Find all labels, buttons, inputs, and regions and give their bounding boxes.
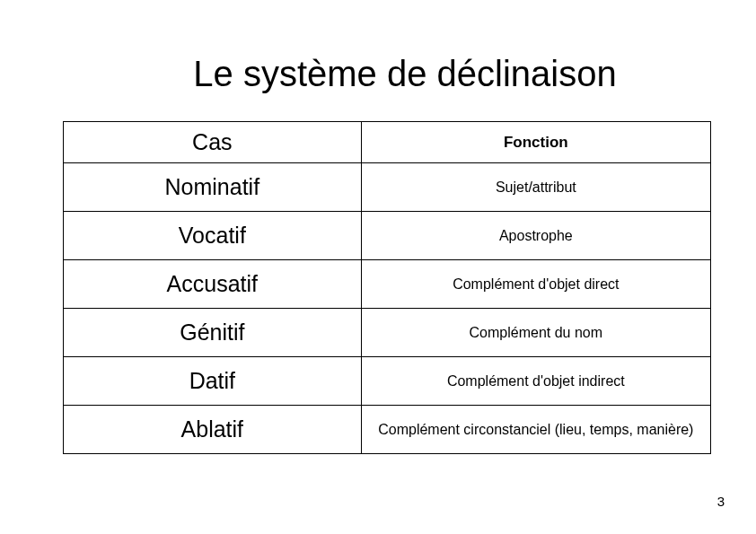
page-number: 3: [717, 494, 725, 509]
table-header-row: Cas Fonction: [64, 122, 711, 163]
cas-cell: Nominatif: [64, 163, 362, 212]
page-title: Le système de déclinaison: [126, 54, 684, 94]
table-row: Vocatif Apostrophe: [64, 212, 711, 260]
cas-cell: Vocatif: [64, 212, 362, 260]
cas-cell: Datif: [64, 357, 362, 406]
fonction-cell: Complément circonstanciel (lieu, temps, …: [361, 406, 710, 454]
declension-table: Cas Fonction Nominatif Sujet/attribut Vo…: [63, 121, 711, 454]
header-cas: Cas: [64, 122, 362, 163]
fonction-cell: Complément d'objet indirect: [361, 357, 710, 406]
slide-container: Le système de déclinaison Cas Fonction N…: [0, 0, 756, 534]
table-row: Accusatif Complément d'objet direct: [64, 260, 711, 309]
fonction-cell: Complément d'objet direct: [361, 260, 710, 309]
table-row: Nominatif Sujet/attribut: [64, 163, 711, 212]
cas-cell: Génitif: [64, 309, 362, 357]
cas-cell: Accusatif: [64, 260, 362, 309]
table-row: Génitif Complément du nom: [64, 309, 711, 357]
table-row: Datif Complément d'objet indirect: [64, 357, 711, 406]
fonction-cell: Sujet/attribut: [361, 163, 710, 212]
header-fonction: Fonction: [361, 122, 710, 163]
fonction-cell: Complément du nom: [361, 309, 710, 357]
cas-cell: Ablatif: [64, 406, 362, 454]
fonction-cell: Apostrophe: [361, 212, 710, 260]
table-row: Ablatif Complément circonstanciel (lieu,…: [64, 406, 711, 454]
